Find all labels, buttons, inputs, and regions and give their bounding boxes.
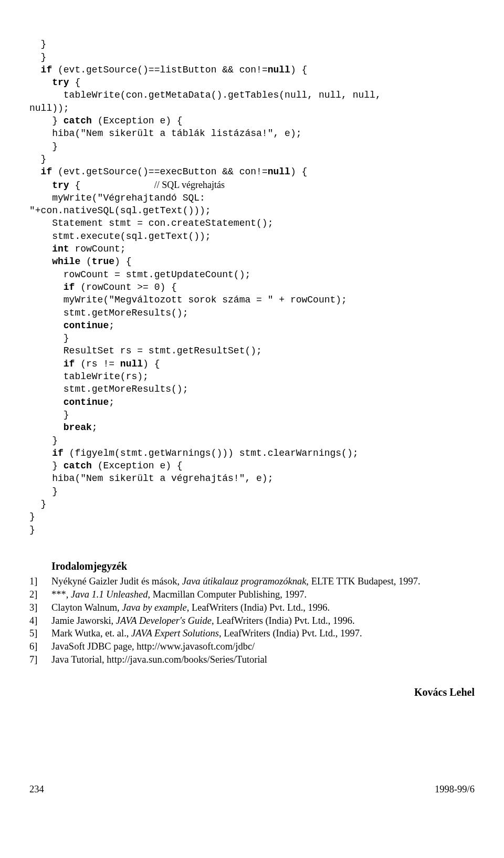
code-line: myWrite("Megváltozott sorok száma = " + …: [29, 295, 347, 305]
code-line: if (figyelm(stmt.getWarnings())) stmt.cl…: [29, 448, 359, 458]
code-line: } catch (Exception e) {: [29, 116, 183, 126]
code-line: try { // SQL végrehajtás: [29, 180, 225, 191]
code-line: }: [29, 511, 35, 522]
code-line: tableWrite(rs);: [29, 371, 149, 382]
code-line: tableWrite(con.getMetaData().getTables(n…: [29, 90, 381, 100]
code-line: rowCount = stmt.getUpdateCount();: [29, 269, 250, 280]
reference-item: 7] Java Tutorial, http://java.sun.com/bo…: [29, 653, 475, 666]
reference-item: 4] Jamie Jaworski, JAVA Developer's Guid…: [29, 614, 475, 627]
code-line: }: [29, 525, 35, 535]
code-line: Statement stmt = con.createStatement();: [29, 218, 273, 228]
code-line: }: [29, 486, 58, 497]
ref-number: 3]: [29, 601, 51, 614]
ref-number: 1]: [29, 575, 51, 588]
ref-number: 7]: [29, 653, 51, 666]
ref-text: Jamie Jaworski, JAVA Developer's Guide, …: [51, 614, 475, 627]
issue-label: 1998-99/6: [435, 783, 475, 796]
code-line: }: [29, 410, 69, 420]
code-line: if (rowCount >= 0) {: [29, 282, 177, 292]
ref-text: ***, Java 1.1 Unleashed, Macmillan Compu…: [51, 588, 475, 601]
ref-text: Mark Wutka, et. al., JAVA Expert Solutio…: [51, 627, 475, 640]
code-line: stmt.getMoreResults();: [29, 384, 188, 394]
reference-item: 2] ***, Java 1.1 Unleashed, Macmillan Co…: [29, 588, 475, 601]
code-line: if (evt.getSource()==listButton && con!=…: [29, 65, 307, 75]
reference-item: 6] JavaSoft JDBC page, http://www.javaso…: [29, 640, 475, 653]
reference-item: 5] Mark Wutka, et. al., JAVA Expert Solu…: [29, 627, 475, 640]
ref-text: Java Tutorial, http://java.sun.com/books…: [51, 653, 475, 666]
code-line: hiba("Nem sikerült a táblák listázása!",…: [29, 128, 301, 139]
ref-text: Clayton Walnum, Java by example, LeafWri…: [51, 601, 475, 614]
author-name: Kovács Lehel: [29, 685, 475, 699]
code-line: }: [29, 333, 69, 343]
code-line: hiba("Nem sikerült a végrehajtás!", e);: [29, 473, 273, 484]
code-line: }: [29, 499, 46, 509]
code-line: continue;: [29, 320, 114, 331]
code-line: break;: [29, 422, 98, 433]
code-line: }: [29, 435, 58, 446]
code-line: }: [29, 154, 46, 164]
page-footer: 234 1998-99/6: [29, 783, 475, 796]
code-line: null));: [29, 103, 69, 113]
code-line: int rowCount;: [29, 244, 126, 254]
ref-number: 2]: [29, 588, 51, 601]
code-line: stmt.execute(sql.getText());: [29, 231, 211, 242]
ref-text: Nyékyné Gaizler Judit és mások, Java úti…: [51, 575, 475, 588]
code-line: ResultSet rs = stmt.getResultSet();: [29, 346, 262, 356]
references-title: Irodalomjegyzék: [29, 559, 475, 573]
code-line: }: [29, 141, 58, 152]
references-list: 1] Nyékyné Gaizler Judit és mások, Java …: [29, 575, 475, 666]
page-number: 234: [29, 783, 44, 796]
code-line: "+con.nativeSQL(sql.getText()));: [29, 205, 211, 216]
code-line: myWrite("Végrehajtandó SQL:: [29, 193, 205, 203]
code-line: stmt.getMoreResults();: [29, 308, 188, 318]
code-line: if (rs != null) {: [29, 359, 160, 369]
code-line: try {: [29, 77, 80, 88]
code-block: } } if (evt.getSource()==listButton && c…: [29, 25, 475, 536]
code-line: }: [29, 39, 46, 49]
reference-item: 3] Clayton Walnum, Java by example, Leaf…: [29, 601, 475, 614]
ref-number: 6]: [29, 640, 51, 653]
ref-number: 4]: [29, 614, 51, 627]
code-line: } catch (Exception e) {: [29, 461, 183, 471]
ref-number: 5]: [29, 627, 51, 640]
reference-item: 1] Nyékyné Gaizler Judit és mások, Java …: [29, 575, 475, 588]
code-line: continue;: [29, 397, 114, 407]
code-line: if (evt.getSource()==execButton && con!=…: [29, 166, 307, 177]
code-line: }: [29, 52, 46, 62]
ref-text: JavaSoft JDBC page, http://www.javasoft.…: [51, 640, 475, 653]
code-line: while (true) {: [29, 256, 131, 267]
